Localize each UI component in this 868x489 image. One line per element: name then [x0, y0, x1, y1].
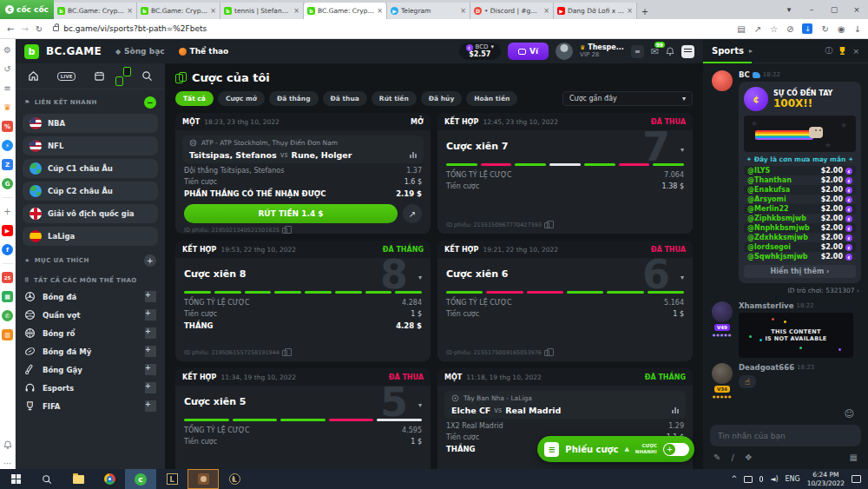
collapse-button[interactable]: − [144, 96, 156, 109]
calendar-icon[interactable]: 25 [2, 272, 13, 283]
expand-caret-icon[interactable]: ▾ [681, 146, 684, 154]
sheets-icon[interactable]: ▦ [2, 291, 13, 302]
stats-icon[interactable] [672, 407, 679, 413]
filter-refund[interactable]: Hoàn tiền [466, 91, 517, 106]
user-info[interactable]: ♛ Thespe... VIP 28 [580, 44, 624, 58]
cashout-button[interactable]: RÚT TIỀN 1.4 $ [184, 204, 398, 223]
quick-bet-toggle[interactable]: + [663, 443, 689, 456]
add-favorite-button[interactable]: + [144, 254, 156, 267]
pen-icon[interactable]: ✎ [713, 453, 720, 462]
copy-icon[interactable] [282, 228, 287, 234]
expand-button[interactable]: + [145, 291, 156, 302]
cart-icon[interactable]: ▥ [2, 329, 13, 340]
sidebar-item-nba[interactable]: NBA [23, 114, 158, 133]
tab-close-icon[interactable]: × [210, 7, 216, 15]
chat-input[interactable] [710, 425, 861, 446]
search-icon[interactable] [141, 70, 153, 82]
games-icon[interactable]: G [2, 178, 13, 189]
sidebar-item-ucl[interactable]: Cúp C1 châu Âu [23, 159, 158, 178]
history-icon[interactable]: ↺ [2, 63, 13, 75]
sort-dropdown[interactable]: Cược gần đây▾ [562, 91, 693, 106]
sidebar-item-fifa[interactable]: FIFA+ [16, 397, 165, 415]
language-indicator[interactable]: ENG [786, 475, 800, 483]
expand-caret-icon[interactable]: ▾ [418, 401, 422, 409]
bc-avatar[interactable] [712, 70, 733, 91]
bet-card-combo-5[interactable]: KẾT HỢP11:34, 19 thg 10, 2022ĐÃ THUA Cượ… [175, 368, 431, 469]
crown-icon[interactable]: ♛ [2, 102, 13, 113]
expand-button[interactable]: + [145, 400, 156, 412]
new-tab-button[interactable]: + [637, 3, 653, 19]
close-button[interactable]: × [845, 5, 868, 14]
browser-tab[interactable]: ▶Telegram× [387, 3, 470, 19]
expand-caret-icon[interactable]: ▾ [418, 274, 422, 281]
bet-card-single-open[interactable]: MỘT18:23, 23 thg 10, 2022MỞ ATP - ATP St… [175, 113, 431, 234]
user-avatar[interactable] [556, 43, 573, 60]
bookmark-icon[interactable]: ☆ [770, 24, 778, 34]
screenshot-icon[interactable]: ▤ [737, 24, 745, 34]
share-icon[interactable]: ↗ [754, 24, 761, 34]
wallet-button[interactable]: Ví [508, 43, 549, 60]
taskbar-search-icon[interactable] [31, 469, 62, 489]
game-id-link[interactable]: ID trò chơi: 5321307 › [739, 283, 861, 296]
bet-card-combo-6[interactable]: KẾT HỢP19:21, 22 thg 10, 2022ĐÃ THUA Cượ… [437, 241, 693, 361]
zalo-icon[interactable]: Z [2, 159, 13, 170]
live-icon[interactable]: LIVE [57, 72, 76, 81]
site-info-icon[interactable] [53, 26, 59, 31]
tab-close-icon[interactable]: × [377, 7, 383, 15]
copy-icon[interactable] [544, 350, 549, 356]
stats-icon[interactable] [410, 152, 417, 158]
messenger-icon[interactable]: ⚡ [2, 140, 13, 151]
forward-button[interactable]: → [21, 24, 28, 34]
taskbar-clock[interactable]: 6:24 PM10/23/2022 [807, 471, 845, 487]
league-client-icon[interactable]: Ⱡ [219, 469, 250, 489]
notification-bell-icon[interactable] [2, 439, 13, 450]
emoji-picker-icon[interactable]: ☺ [845, 408, 854, 420]
browser-tab[interactable]: bBC.Game: Crypto Casino× [137, 3, 220, 19]
youtube-icon[interactable]: ▶ [2, 225, 13, 236]
filter-all[interactable]: Tất cả [175, 91, 214, 106]
nav-casino[interactable]: ◆Sòng bạc [115, 47, 165, 56]
sidebar-item-soccer[interactable]: Bóng đá+ [16, 287, 165, 306]
league-of-legends-icon[interactable]: L [156, 469, 187, 489]
download-manager-icon[interactable]: ↓ [802, 23, 812, 34]
volume-icon[interactable]: ◄) [770, 475, 778, 483]
sidebar-item-cricket[interactable]: Bóng Gậy+ [16, 360, 165, 379]
promo-icon[interactable]: % [2, 121, 13, 132]
settings-gear-icon[interactable]: ⚙ [2, 44, 13, 56]
action-center-icon[interactable] [852, 475, 861, 483]
bet-list-icon[interactable]: ≡ [631, 45, 644, 58]
browser-tab[interactable]: D• Discord | #games |× [470, 3, 554, 19]
sidebar-item-american-football[interactable]: Bóng đá Mỹ+ [16, 342, 165, 360]
moderation-icon[interactable]: ❖ [745, 453, 753, 462]
sync-icon[interactable]: ↻ [821, 24, 828, 34]
filter-cashout[interactable]: Rút tiền [372, 91, 417, 106]
tab-close-icon[interactable]: × [543, 7, 549, 15]
tab-close-icon[interactable]: × [127, 7, 133, 15]
tab-close-icon[interactable]: × [460, 7, 466, 15]
filter-lost[interactable]: Đã thua [323, 91, 367, 106]
bcgame-logo-text[interactable]: BC.GAME [46, 45, 102, 57]
network-icon[interactable] [744, 476, 753, 483]
more-icon[interactable]: ··· [2, 458, 13, 469]
chat-app-icon[interactable]: ✆ [2, 310, 13, 321]
browser-tab[interactable]: bBC.Game: Crypto Casino× [54, 3, 137, 19]
chrome-icon[interactable] [94, 469, 125, 489]
sidebar-item-esports[interactable]: Esports+ [16, 379, 165, 397]
sidebar-item-uel[interactable]: Cúp C2 châu Âu [23, 182, 158, 201]
downloads-icon[interactable]: ↓ [854, 24, 861, 34]
file-explorer-icon[interactable] [62, 469, 94, 489]
reload-button[interactable]: ↻ [36, 24, 43, 34]
copy-icon[interactable] [282, 350, 287, 356]
tab-close-icon[interactable]: × [293, 7, 299, 15]
chat-room-title[interactable]: Sports [712, 46, 744, 56]
add-shortcut-icon[interactable]: + [2, 206, 13, 217]
browser-tab[interactable]: ▶Dang Dở Lofi x Thói tình× [554, 3, 637, 19]
close-chat-icon[interactable]: × [852, 47, 859, 56]
minimize-button[interactable]: – [800, 5, 823, 14]
balance-selector[interactable]: ¢BCD▾ $2.57 [459, 43, 501, 61]
schedule-icon[interactable] [94, 70, 105, 82]
filter-won[interactable]: Đã thắng [269, 91, 319, 106]
adblock-icon[interactable]: ⊘ [786, 24, 793, 34]
chat-toggle-icon[interactable] [681, 45, 694, 58]
filter-open[interactable]: Cược mở [218, 91, 265, 106]
